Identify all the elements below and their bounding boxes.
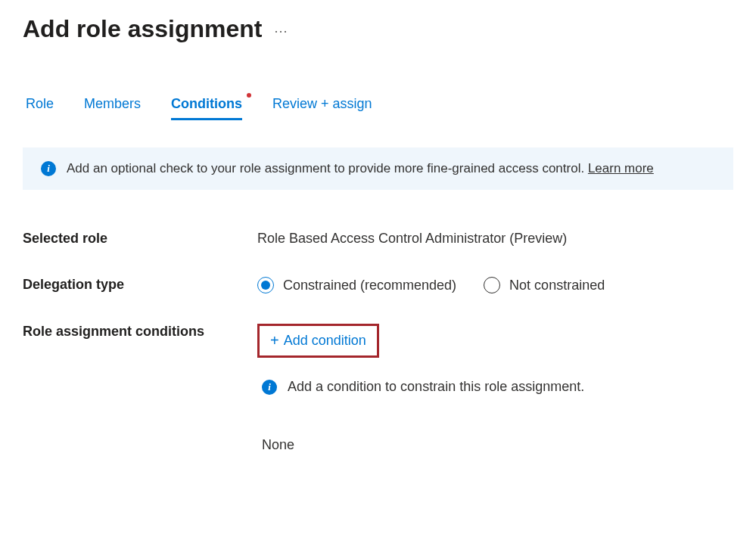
page-title: Add role assignment bbox=[23, 15, 263, 43]
tab-conditions[interactable]: Conditions bbox=[171, 96, 242, 120]
radio-label: Constrained (recommended) bbox=[283, 278, 456, 293]
page-header: Add role assignment ··· bbox=[23, 15, 733, 43]
add-condition-text: Add condition bbox=[284, 333, 366, 349]
info-banner-text: Add an optional check to your role assig… bbox=[67, 161, 654, 176]
info-banner: i Add an optional check to your role ass… bbox=[23, 147, 733, 190]
selected-role-row: Selected role Role Based Access Control … bbox=[23, 231, 733, 247]
radio-icon bbox=[257, 277, 274, 293]
conditions-row: Role assignment conditions + Add conditi… bbox=[23, 324, 733, 453]
learn-more-link[interactable]: Learn more bbox=[588, 161, 654, 175]
tab-members[interactable]: Members bbox=[84, 96, 141, 120]
condition-helper: i Add a condition to constrain this role… bbox=[257, 379, 733, 395]
add-condition-button[interactable]: + Add condition bbox=[270, 332, 366, 349]
info-banner-message: Add an optional check to your role assig… bbox=[67, 161, 584, 175]
delegation-type-label: Delegation type bbox=[23, 277, 257, 293]
selected-role-label: Selected role bbox=[23, 231, 257, 247]
radio-icon bbox=[484, 277, 500, 293]
tab-label: Role bbox=[26, 96, 54, 111]
tab-role[interactable]: Role bbox=[26, 96, 54, 120]
info-icon: i bbox=[41, 161, 56, 176]
tab-label: Conditions bbox=[171, 96, 242, 111]
tab-label: Members bbox=[84, 96, 141, 111]
add-condition-highlight: + Add condition bbox=[257, 324, 379, 358]
radio-label: Not constrained bbox=[509, 278, 605, 293]
more-actions-icon[interactable]: ··· bbox=[275, 19, 288, 39]
plus-icon: + bbox=[270, 332, 279, 349]
tab-bar: Role Members Conditions Review + assign bbox=[23, 96, 733, 120]
info-icon: i bbox=[262, 380, 277, 395]
tab-review-assign[interactable]: Review + assign bbox=[272, 96, 372, 120]
selected-role-value: Role Based Access Control Administrator … bbox=[257, 231, 733, 247]
delegation-type-row: Delegation type Constrained (recommended… bbox=[23, 277, 733, 293]
condition-helper-text: Add a condition to constrain this role a… bbox=[288, 379, 584, 395]
radio-not-constrained[interactable]: Not constrained bbox=[484, 277, 605, 293]
conditions-label: Role assignment conditions bbox=[23, 324, 257, 340]
radio-constrained[interactable]: Constrained (recommended) bbox=[257, 277, 456, 293]
tab-label: Review + assign bbox=[272, 96, 372, 111]
tab-badge-icon bbox=[247, 93, 251, 98]
delegation-radio-group: Constrained (recommended) Not constraine… bbox=[257, 277, 733, 293]
conditions-value: None bbox=[257, 437, 733, 453]
